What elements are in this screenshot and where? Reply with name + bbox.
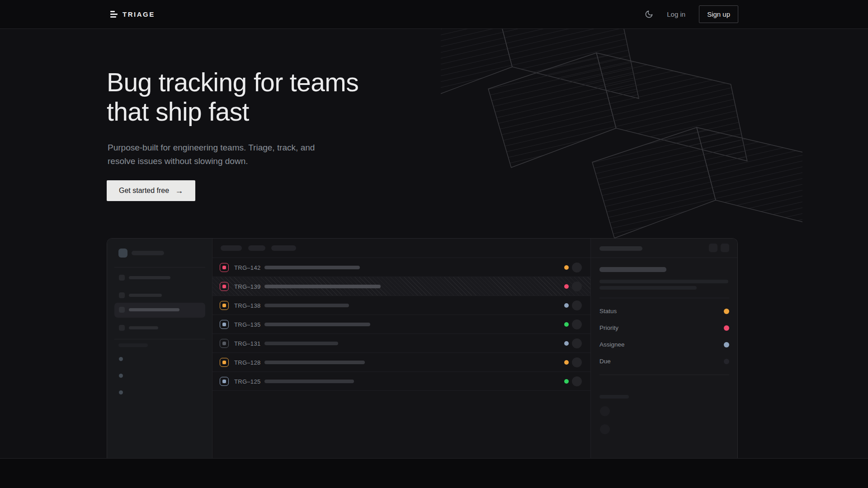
sidebar-nav-skeleton [129,276,170,279]
sidebar-nav-skeleton [129,294,162,297]
issue-type-icon [220,263,229,272]
sidebar-nav-skeleton [129,308,179,311]
hero-title: Bug tracking for teams that ship fast [107,68,359,127]
signup-button[interactable]: Sign up [699,5,738,23]
issue-row: TRG–128 [212,353,590,372]
divider [114,267,205,267]
property-row: Status [591,303,737,320]
avatar [572,282,582,291]
status-dot [564,360,569,365]
issue-list: TRG–142TRG–139TRG–138TRG–135TRG–131TRG–1… [212,258,590,391]
mockup-detail-panel: StatusPriorityAssigneeDue [590,239,737,459]
issue-title-skeleton [264,342,338,345]
app-mockup-window: TRG–142TRG–139TRG–138TRG–135TRG–131TRG–1… [107,238,738,459]
detail-action-button [709,244,717,252]
property-label: Priority [599,324,618,331]
issue-row: TRG–135 [212,315,590,334]
issue-title-skeleton [264,285,381,288]
brand-logo: TRIAGE [110,10,155,18]
property-row: Priority [591,320,737,337]
detail-header [591,239,737,258]
avatar [572,319,582,329]
get-started-button[interactable]: Get started free → [107,180,195,201]
issue-title-skeleton [264,304,349,307]
hero-title-line2: that ship fast [107,97,249,126]
sidebar-nav-icon [119,292,125,298]
property-list: StatusPriorityAssigneeDue [591,303,737,370]
avatar [572,300,582,310]
moon-icon [645,10,653,19]
property-value-dot [724,309,729,314]
triage-logo-icon [110,11,118,18]
activity-avatar-skeleton [600,406,610,416]
issue-type-icon [220,358,229,367]
detail-header-skeleton [599,246,642,251]
avatar [572,263,582,272]
label-dot [119,374,123,378]
issue-type-icon [220,339,229,348]
detail-line-skeleton [599,286,697,290]
activity-section-skeleton [599,395,629,399]
issue-type-icon [220,320,229,329]
detail-action-button [721,244,729,252]
issue-type-icon [220,377,229,386]
sidebar-nav-icon [119,325,125,331]
status-dot [564,379,569,384]
brand-name: TRIAGE [123,10,155,18]
issue-id: TRG–131 [234,340,260,347]
status-dot [564,303,569,308]
activity-avatar-skeleton [600,424,610,434]
issue-id: TRG–138 [234,302,260,309]
workspace-icon [118,249,127,258]
status-dot [564,322,569,327]
status-dot [564,284,569,289]
issue-id: TRG–125 [234,378,260,385]
property-label: Status [599,308,617,314]
avatar [572,338,582,348]
label-dot [119,390,123,394]
workspace-name-skeleton [132,251,164,255]
property-value-dot [724,359,729,364]
issue-row: TRG–125 [212,372,590,391]
arrow-right-icon: → [175,187,183,195]
divider [114,339,205,339]
issue-type-icon [220,301,229,310]
property-value-dot [724,325,729,331]
avatar [572,357,582,367]
hero-title-line1: Bug tracking for teams [107,68,359,97]
property-label: Due [599,358,611,365]
issue-row: TRG–138 [212,296,590,315]
issue-list-header [212,239,590,258]
dark-mode-toggle[interactable] [645,10,653,19]
top-navbar: TRIAGE Log in Sign up [0,0,868,29]
issue-id: TRG–128 [234,359,260,366]
issue-type-icon [220,282,229,291]
wireframe-decoration [441,19,802,245]
mockup-sidebar [107,239,212,459]
issue-title-skeleton [264,361,365,364]
tab-skeleton [221,245,242,251]
sidebar-nav-icon [119,275,125,281]
hero-subtitle: Purpose-built for engineering teams. Tri… [108,141,320,168]
issue-row: TRG–139 [212,277,590,296]
issue-id: TRG–139 [234,283,260,290]
detail-line-skeleton [599,280,728,283]
status-dot [564,341,569,346]
status-dot [564,265,569,270]
detail-title-skeleton [599,267,666,272]
divider [599,298,729,298]
issue-title-skeleton [264,266,360,269]
property-value-dot [724,342,729,347]
footer-section [0,458,868,488]
issue-title-skeleton [264,323,370,326]
issue-title-skeleton [264,380,354,383]
issue-row: TRG–131 [212,334,590,353]
login-link[interactable]: Log in [667,10,685,18]
property-label: Assignee [599,341,625,348]
tab-skeleton [248,245,265,251]
cta-label: Get started free [119,187,169,195]
tab-skeleton [271,245,296,251]
divider [599,375,729,375]
issue-id: TRG–135 [234,321,260,328]
sidebar-section-skeleton [118,343,148,347]
